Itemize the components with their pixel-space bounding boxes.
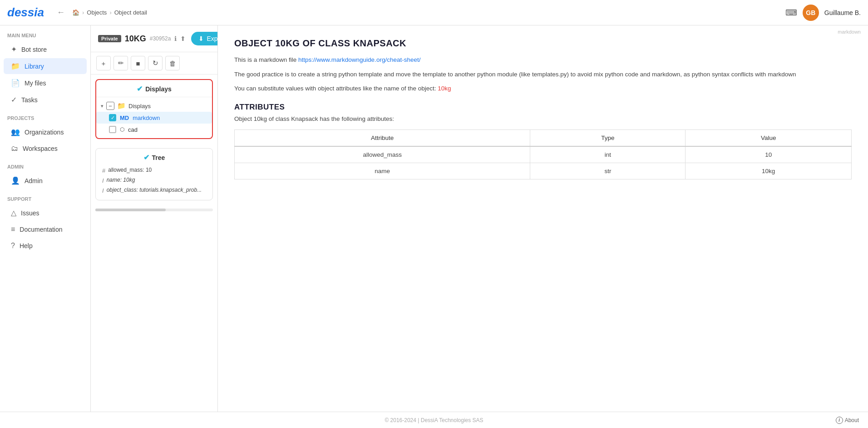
main-content: markdown OBJECT 10KG OF CLASS KNAPSACK T… [218,25,868,412]
cell-r0-c2: 10 [686,146,852,163]
minus-button[interactable]: − [106,102,114,110]
sidebar-item-workspaces[interactable]: 🗂 Workspaces [4,141,87,156]
displays-check-icon: ✔ [137,85,143,93]
breadcrumb-sep-2: › [109,9,111,16]
displays-panel: ✔ Displays ▾ − 📁 Displays ✓ MD [95,79,213,139]
sidebar-item-label-admin: Admin [25,177,43,184]
doc-intro-2: The good practice is to create a string … [234,70,852,80]
doc-intro-1-link[interactable]: https://www.markdownguide.org/cheat-shee… [298,56,420,63]
table-row: allowed_massint10 [235,146,852,163]
table-row: namestr10kg [235,163,852,179]
app-logo: dessia [7,5,44,20]
markdown-checkbox[interactable]: ✓ [109,114,116,121]
info-button[interactable]: ℹ [174,35,177,42]
view-icon: ■ [136,60,140,67]
view-button[interactable]: ■ [131,56,145,70]
sidebar-item-label-workspaces: Workspaces [23,145,58,152]
displays-group-label: Displays [128,103,151,109]
delete-icon: 🗑 [169,60,176,67]
sidebar-item-label-bot-store: Bot store [21,46,47,53]
documentation-icon: ≡ [11,225,15,234]
cad-label: cad [128,126,138,133]
about-link[interactable]: i About [836,417,859,424]
tree-panel-title: Tree [152,154,165,161]
sidebar-item-admin[interactable]: 👤 Admin [4,173,87,189]
edit-icon: ✏ [118,59,124,67]
content-area: Private 10KG #30952a ℹ ⬆ ⬇ Export ▾ + ✏ … [91,25,868,412]
export-label: Export [207,35,218,42]
sidebar-item-my-files[interactable]: 📄 My files [4,75,87,91]
scrollbar-thumb[interactable] [95,209,166,211]
sidebar-item-organizations[interactable]: 👥 Organizations [4,124,87,140]
refresh-button[interactable]: ↻ [148,56,163,70]
user-name: Guillaume B. [824,9,861,16]
support-label: Support [0,189,90,204]
projects-label: Projects [0,108,90,124]
doc-title: OBJECT 10KG OF CLASS KNAPSACK [234,38,852,49]
topbar-keyboard-button[interactable]: ⌨ [785,8,797,18]
sidebar-item-help[interactable]: ? Help [4,238,87,254]
sidebar-item-documentation[interactable]: ≡ Documentation [4,222,87,237]
object-name: 10KG [125,34,146,44]
edit-button[interactable]: ✏ [113,56,128,70]
about-label: About [845,417,859,423]
share-button[interactable]: ⬆ [180,35,186,42]
displays-panel-title: Displays [145,85,172,93]
sidebar-item-label-my-files: My files [25,80,46,87]
sidebar-item-label-documentation: Documentation [20,226,62,233]
topbar: dessia ← 🏠 › Objects › Object detail ⌨ G… [0,0,868,25]
doc-intro-1: This is a markdown file https://www.mark… [234,55,852,65]
tree-italic-icon-2: I [102,187,104,194]
export-button[interactable]: ⬇ Export ▾ [191,32,218,45]
sidebar-item-label-issues: Issues [21,209,39,217]
topbar-right: ⌨ GB Guillaume B. [785,5,861,21]
my-files-icon: 📄 [11,79,20,87]
main-menu-label: Main menu [0,25,90,41]
delete-button[interactable]: 🗑 [165,56,180,70]
doc-intro-1-pre: This is a markdown file [234,56,298,63]
breadcrumb-sep-1: › [82,9,84,16]
sidebar: Main menu ✦ Bot store 📁 Library 📄 My fil… [0,25,91,412]
about-circle-icon: i [836,417,843,424]
cell-r1-c2: 10kg [686,163,852,179]
panel-scrollbar[interactable] [95,209,213,211]
sidebar-item-library[interactable]: 📁 Library [4,58,87,74]
markdown-label: markdown [133,114,160,121]
breadcrumb: 🏠 › Objects › Object detail [72,9,147,16]
tree-item-allowed-mass: # allowed_mass: 10 [100,165,208,175]
tree-panel: ✔ Tree # allowed_mass: 10 I name: 10kg I… [95,148,213,200]
col-header-type: Type [530,129,686,146]
col-header-value: Value [686,129,852,146]
library-icon: 📁 [11,62,20,70]
sidebar-item-bot-store[interactable]: ✦ Bot store [4,41,87,57]
checkbox-check-icon: ✓ [111,115,115,121]
attributes-section-title: ATTRIBUTES [234,103,852,112]
sidebar-item-label-tasks: Tasks [21,96,38,104]
topbar-left: dessia ← 🏠 › Objects › Object detail [7,5,147,20]
add-button[interactable]: + [96,56,111,70]
display-item-markdown[interactable]: ✓ MD markdown [96,112,212,124]
tree-item-name: I name: 10kg [100,175,208,185]
tree-item-name-text: name: 10kg [107,177,135,183]
sidebar-item-label-library: Library [25,63,44,70]
breadcrumb-current: Object detail [114,9,147,16]
collapse-icon[interactable]: ▾ [101,103,104,109]
object-header: Private 10KG #30952a ℹ ⬆ ⬇ Export ▾ [91,25,217,52]
nav-back-button[interactable]: ← [53,6,69,19]
admin-label: Admin [0,157,90,172]
scrollbar-track [95,209,213,211]
admin-icon: 👤 [11,176,20,185]
home-icon[interactable]: 🏠 [72,9,79,16]
displays-group-header: ▾ − 📁 Displays [96,100,212,112]
breadcrumb-objects[interactable]: Objects [87,9,107,16]
doc-area: markdown OBJECT 10KG OF CLASS KNAPSACK T… [218,25,868,192]
doc-intro-3-highlight: 10kg [438,85,451,92]
display-item-cad[interactable]: ⬡ cad [96,124,212,135]
workspaces-icon: 🗂 [11,144,18,153]
tree-hash-icon: # [102,167,105,174]
cell-r1-c0: name [235,163,530,179]
cad-checkbox[interactable] [109,126,116,133]
sidebar-item-tasks[interactable]: ✓ Tasks [4,92,87,108]
sidebar-item-issues[interactable]: △ Issues [4,205,87,221]
copyright-text: © 2016-2024 | DessiA Technologies SAS [385,417,483,423]
